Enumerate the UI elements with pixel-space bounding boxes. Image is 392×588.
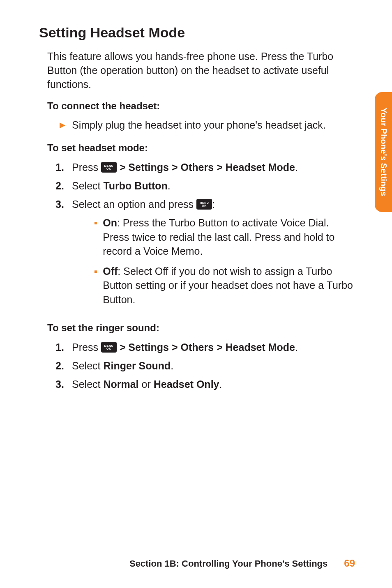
connect-list: ▶ Simply plug the headset into your phon… [39,118,355,132]
bullet-body: On: Press the Turbo Button to activate V… [103,216,355,258]
bold-text: Normal [103,378,138,390]
step-body: Press MENU OK > Settings > Others > Head… [72,160,355,175]
option-text: : Select Off if you do not wish to assig… [103,265,353,305]
step-number: 1. [55,340,67,355]
icon-bottom: OK [106,347,111,350]
nav-path: > Settings > Others > Headset Mode [120,161,295,173]
option-label: On [103,217,117,228]
bold-text: Headset Only [154,378,219,390]
list-item: 3. Select Normal or Headset Only. [55,377,355,392]
list-item: ■ On: Press the Turbo Button to activate… [94,216,355,258]
text: Select an option and press [72,198,196,210]
page-content: Setting Headset Mode This feature allows… [0,0,392,392]
step-body: Select an option and press MENU OK : ■ O… [72,197,355,312]
text: Select [72,180,103,191]
side-tab: Your Phone's Settings [375,92,392,212]
bullet-body: Off: Select Off if you do not wish to as… [103,264,355,307]
page-heading: Setting Headset Mode [39,25,355,41]
list-item: ▶ Simply plug the headset into your phon… [60,118,355,132]
icon-bottom: OK [106,167,111,170]
text: Press [72,161,101,173]
subhead-setmode: To set headset mode: [39,142,355,154]
step-number: 3. [55,377,67,392]
square-bullet-icon: ■ [94,216,97,258]
step-body: Select Turbo Button. [72,179,355,193]
nav-path: > Settings > Others > Headset Mode [120,341,295,353]
intro-paragraph: This feature allows you hands-free phone… [39,50,355,91]
dot: . [295,341,298,353]
subhead-ringer: To set the ringer sound: [39,322,355,334]
step-number: 2. [55,359,67,373]
subhead-connect: To connect the headset: [39,100,355,112]
side-tab-label: Your Phone's Settings [379,108,388,196]
footer-section-title: Section 1B: Controlling Your Phone's Set… [129,558,327,569]
dot: . [219,378,222,390]
step-body: Select Normal or Headset Only. [72,377,355,392]
icon-top: MENU [104,164,114,167]
bold-text: Ringer Sound [103,360,171,371]
page-footer: Section 1B: Controlling Your Phone's Set… [0,558,392,569]
ringer-list: 1. Press MENU OK > Settings > Others > H… [39,340,355,392]
step-body: Press MENU OK > Settings > Others > Head… [72,340,355,355]
step-number: 2. [55,179,67,193]
list-item: 1. Press MENU OK > Settings > Others > H… [55,340,355,355]
text: Press [72,341,101,353]
dot: . [295,161,298,173]
arrow-icon: ▶ [60,118,65,132]
menu-ok-icon: MENU OK [101,162,117,173]
icon-top: MENU [200,201,209,204]
square-bullet-icon: ■ [94,264,97,307]
text-or: or [139,378,154,390]
list-item: 3. Select an option and press MENU OK : … [55,197,355,312]
setmode-list: 1. Press MENU OK > Settings > Others > H… [39,160,355,312]
option-text: : Press the Turbo Button to activate Voi… [103,217,334,257]
list-item: ■ Off: Select Off if you do not wish to … [94,264,355,307]
step-number: 1. [55,160,67,175]
sub-bullet-list: ■ On: Press the Turbo Button to activate… [72,216,355,307]
bold-text: Turbo Button [103,180,167,191]
list-item: 1. Press MENU OK > Settings > Others > H… [55,160,355,175]
text: Select [72,360,103,371]
list-item: 2. Select Turbo Button. [55,179,355,193]
connect-item-text: Simply plug the headset into your phone'… [72,118,326,132]
colon: : [212,198,215,210]
dot: . [168,180,171,191]
list-item: 2. Select Ringer Sound. [55,359,355,373]
icon-bottom: OK [202,204,207,207]
icon-top: MENU [104,344,114,347]
menu-ok-icon: MENU OK [101,342,117,353]
footer-page-number: 69 [344,558,355,569]
text: Select [72,378,103,390]
menu-ok-icon: MENU OK [196,199,212,210]
step-body: Select Ringer Sound. [72,359,355,373]
option-label: Off [103,265,118,277]
step-number: 3. [55,197,67,312]
dot: . [171,360,173,371]
